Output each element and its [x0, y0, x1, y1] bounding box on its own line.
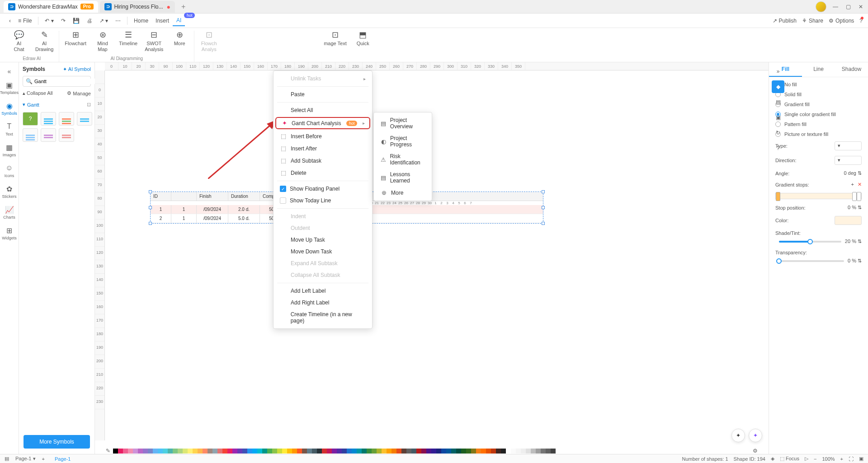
color-swatch[interactable]	[466, 449, 471, 454]
color-swatch[interactable]	[217, 449, 222, 454]
color-swatch[interactable]	[416, 449, 421, 454]
color-swatch[interactable]	[237, 449, 242, 454]
file-menu[interactable]: ≡ File	[14, 16, 35, 26]
page-select[interactable]: Page-1 ▾	[15, 456, 36, 462]
color-swatch[interactable]	[277, 449, 282, 454]
nav-templates[interactable]: ▣Templates	[0, 78, 19, 98]
color-swatch[interactable]	[332, 449, 337, 454]
color-swatch[interactable]	[203, 449, 208, 454]
color-swatch[interactable]	[546, 449, 551, 454]
color-dropper-icon[interactable]: ✎	[106, 448, 110, 454]
color-swatch[interactable]	[252, 449, 257, 454]
undo-button[interactable]: ↶ ▾	[41, 16, 57, 26]
ctx-delete[interactable]: ⬚Delete	[274, 167, 372, 179]
color-swatch[interactable]	[317, 449, 322, 454]
stop-pos-stepper[interactable]: ⇅	[858, 205, 862, 210]
ctx-move-down[interactable]: Move Down Task	[274, 246, 372, 257]
nav-widgets[interactable]: ⊞Widgets	[0, 223, 19, 243]
flowchart-button[interactable]: ⊞Flowchart	[65, 31, 86, 52]
zoom-out-button[interactable]: −	[814, 456, 816, 462]
sub-more[interactable]: ⊕More	[374, 187, 432, 199]
gradient-stop-handle[interactable]	[852, 192, 857, 201]
save-button[interactable]: 💾	[69, 16, 83, 26]
layers-button[interactable]: ◈	[771, 456, 774, 462]
tab-shadow[interactable]: Shadow	[835, 62, 868, 77]
collapse-sidebar-button[interactable]: «	[6, 66, 13, 77]
ai-symbol-button[interactable]: ✦ AI Symbol	[63, 66, 91, 72]
new-tab-button[interactable]: +	[177, 3, 190, 11]
color-swatch[interactable]	[178, 449, 183, 454]
color-swatch[interactable]	[148, 449, 153, 454]
ctx-paste[interactable]: Paste	[274, 89, 372, 100]
color-swatch[interactable]	[128, 449, 133, 454]
color-swatch[interactable]	[436, 449, 441, 454]
ctx-insert-before[interactable]: ⬚Insert Before	[274, 130, 372, 142]
timeline-button[interactable]: ☰Timeline	[119, 31, 137, 52]
color-swatch[interactable]	[382, 449, 387, 454]
ctx-show-floating[interactable]: ✓Show Floating Panel	[274, 183, 372, 195]
ctx-move-up[interactable]: Move Up Task	[274, 234, 372, 246]
color-swatch[interactable]	[456, 449, 461, 454]
fit-button[interactable]: ⛶	[849, 456, 854, 462]
color-swatch[interactable]	[426, 449, 431, 454]
color-swatch[interactable]	[481, 449, 486, 454]
sub-project-overview[interactable]: ▤Project Overview	[374, 114, 432, 132]
symbol-thumb[interactable]	[59, 128, 74, 142]
history-tool-button[interactable]: ↻	[772, 126, 784, 139]
ctx-add-right-label[interactable]: Add Right Label	[274, 297, 372, 309]
color-swatch[interactable]	[193, 449, 198, 454]
back-button[interactable]: ‹	[5, 16, 14, 26]
transparency-slider[interactable]	[779, 260, 844, 262]
category-gantt[interactable]: ▾ Gantt⊡	[23, 100, 91, 109]
angle-stepper[interactable]: ⇅	[858, 170, 862, 176]
color-swatch[interactable]	[257, 449, 262, 454]
color-swatch[interactable]	[118, 449, 123, 454]
color-swatch[interactable]	[267, 449, 272, 454]
home-tab[interactable]: Home	[130, 16, 152, 26]
color-swatch[interactable]	[476, 449, 481, 454]
float-effects-button[interactable]: ✦	[731, 429, 745, 442]
color-swatch[interactable]	[491, 449, 496, 454]
color-swatch[interactable]	[212, 449, 217, 454]
color-swatch[interactable]	[262, 449, 267, 454]
symbol-thumb[interactable]	[23, 128, 38, 142]
symbol-thumb[interactable]	[41, 128, 56, 142]
color-swatch[interactable]	[372, 449, 377, 454]
color-swatch[interactable]	[247, 449, 252, 454]
color-swatch[interactable]	[222, 449, 227, 454]
options-button[interactable]: ⚙ Options	[829, 18, 854, 24]
print-button[interactable]: 🖨	[83, 16, 96, 26]
help-button[interactable]: ?	[859, 18, 863, 24]
add-page-button[interactable]: +	[42, 456, 45, 462]
nav-text[interactable]: TText	[0, 119, 19, 139]
color-swatch[interactable]	[446, 449, 451, 454]
insert-tab[interactable]: Insert	[152, 16, 173, 26]
remove-stop-button[interactable]: ✕	[858, 182, 862, 187]
quick-button[interactable]: ⬒Quick	[354, 31, 372, 47]
fullscreen-button[interactable]: ▣	[859, 456, 863, 462]
symbols-search[interactable]: 🔍 ✕	[23, 76, 91, 87]
close-button[interactable]: ✕	[857, 3, 864, 10]
symbol-thumb[interactable]	[41, 112, 56, 126]
color-swatch[interactable]	[352, 449, 357, 454]
page-tab[interactable]: Page-1	[51, 456, 74, 462]
radio-solid-fill[interactable]: Solid fill	[775, 92, 862, 97]
color-select[interactable]	[835, 216, 862, 225]
tab-app[interactable]: ⊃ Wondershare EdrawMax Pro	[4, 1, 98, 13]
outline-button[interactable]: ▤	[5, 456, 9, 462]
nav-symbols[interactable]: ◉Symbols	[0, 98, 19, 118]
color-swatch[interactable]	[526, 449, 531, 454]
ctx-insert-after[interactable]: ⬚Insert After	[274, 142, 372, 154]
color-swatch[interactable]	[163, 449, 168, 454]
more-diagram-button[interactable]: ⊕More	[170, 31, 189, 52]
tab-line[interactable]: Line	[802, 62, 835, 77]
color-swatch[interactable]	[501, 449, 506, 454]
ai-tab[interactable]: AI hot	[173, 15, 185, 26]
symbol-thumb[interactable]: ?	[23, 112, 38, 126]
help-tool-button[interactable]: ?	[772, 142, 784, 154]
color-swatch[interactable]	[143, 449, 148, 454]
color-swatch[interactable]	[168, 449, 173, 454]
color-swatch[interactable]	[113, 449, 118, 454]
color-swatch[interactable]	[282, 449, 287, 454]
color-swatch[interactable]	[396, 449, 401, 454]
